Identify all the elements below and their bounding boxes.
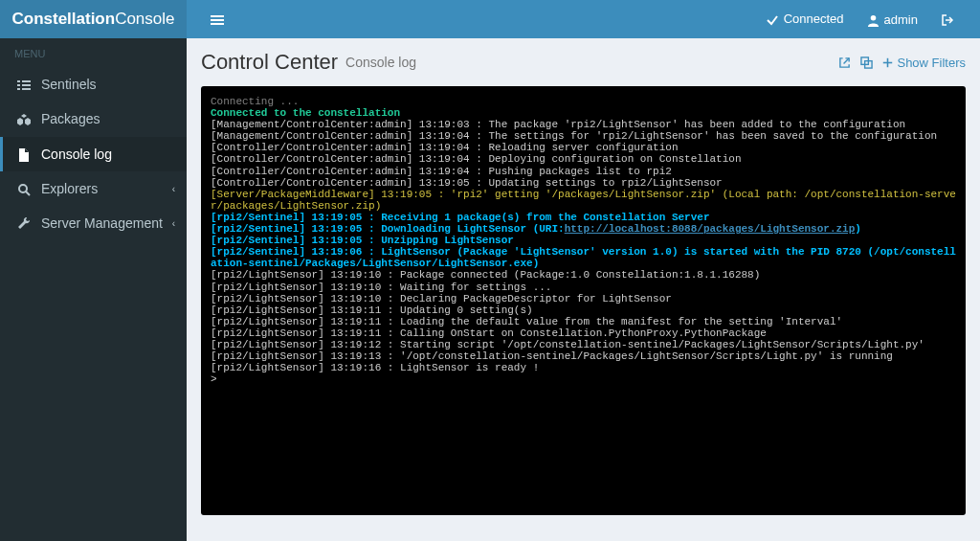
logout-button[interactable] [929, 11, 966, 27]
logout-icon [941, 11, 954, 27]
user-label: admin [884, 12, 918, 27]
console-line: [rpi2/LightSensor] 13:19:10 : Package co… [211, 269, 956, 281]
console-line: Connecting ... [211, 96, 956, 107]
show-filters-label: Show Filters [897, 56, 966, 70]
sidebar-menu-label: MENU [0, 38, 187, 67]
user-menu[interactable]: admin [856, 11, 929, 27]
menu-toggle-button[interactable] [201, 6, 234, 33]
svg-rect-2 [211, 23, 224, 25]
console-line: [rpi2/LightSensor] 13:19:10 : Waiting fo… [211, 282, 956, 293]
console-line: [rpi2/LightSensor] 13:19:16 : LightSenso… [211, 362, 956, 373]
svg-point-10 [19, 185, 27, 192]
console-line: Connected to the constellation [211, 107, 956, 119]
console-line: [rpi2/LightSensor] 13:19:11 : Updating 0… [211, 304, 956, 316]
plus-icon [882, 57, 893, 68]
brand-bold: Constellation [11, 10, 115, 28]
sidebar-item-sentinels[interactable]: Sentinels [0, 67, 187, 101]
svg-rect-7 [22, 84, 31, 86]
sidebar-item-explorers[interactable]: Explorers ‹ [0, 171, 187, 206]
cubes-icon [14, 111, 33, 126]
console-line: [Controller/ControlCenter:admin] 13:19:0… [211, 166, 956, 177]
console-line: [Controller/ControlCenter:admin] 13:19:0… [211, 142, 956, 153]
page-actions: Show Filters [838, 56, 966, 70]
console-line: [rpi2/Sentinel] 13:19:05 : Downloading L… [211, 223, 956, 235]
main-wrapper: MENU Sentinels Packages Console log Expl… [0, 38, 980, 541]
console-line: [rpi2/LightSensor] 13:19:13 : '/opt/cons… [211, 350, 956, 362]
user-icon [867, 11, 880, 27]
open-external-button[interactable] [838, 56, 851, 70]
copy-button[interactable] [860, 56, 873, 70]
header-toolbar: Connected admin [187, 6, 980, 33]
console-line: [Controller/ControlCenter:admin] 13:19:0… [211, 153, 956, 165]
copy-icon [860, 56, 873, 69]
console-line: [rpi2/LightSensor] 13:19:10 : Declaring … [211, 293, 956, 304]
check-icon [766, 11, 779, 27]
page-title: Control Center [201, 50, 338, 75]
console-line: [rpi2/Sentinel] 13:19:06 : LightSensor (… [211, 246, 956, 269]
console-line: [rpi2/LightSensor] 13:19:11 : Loading th… [211, 316, 956, 327]
sidebar-item-packages[interactable]: Packages [0, 101, 187, 136]
console-line: [rpi2/LightSensor] 13:19:12 : Starting s… [211, 339, 956, 350]
svg-line-12 [844, 57, 850, 63]
connection-status: Connected [754, 11, 856, 27]
sidebar: MENU Sentinels Packages Console log Expl… [0, 38, 187, 541]
svg-rect-1 [211, 19, 224, 21]
sidebar-item-server-management[interactable]: Server Management ‹ [0, 206, 187, 240]
sidebar-item-label: Explorers [41, 181, 98, 196]
console-line: [rpi2/LightSensor] 13:19:11 : Calling On… [211, 327, 956, 339]
svg-point-3 [870, 15, 876, 21]
sidebar-item-label: Server Management [41, 215, 163, 231]
console-line: [rpi2/Sentinel] 13:19:05 : Receiving 1 p… [211, 212, 956, 223]
show-filters-button[interactable]: Show Filters [882, 56, 966, 70]
brand-light: Console [115, 10, 174, 28]
svg-rect-6 [17, 84, 20, 86]
svg-rect-8 [17, 88, 20, 90]
console-line: [rpi2/Sentinel] 13:19:05 : Unzipping Lig… [211, 235, 956, 246]
svg-rect-4 [17, 80, 20, 82]
wrench-icon [14, 215, 33, 231]
console-line: [Management/ControlCenter:admin] 13:19:0… [211, 119, 956, 130]
console-line: [Management/ControlCenter:admin] 13:19:0… [211, 130, 956, 142]
brand-logo[interactable]: ConstellationConsole [0, 0, 187, 38]
console-link[interactable]: http://localhost:8088/packages/LightSens… [565, 223, 856, 235]
chevron-left-icon: ‹ [172, 184, 175, 194]
chevron-left-icon: ‹ [172, 218, 175, 229]
sidebar-item-console-log[interactable]: Console log [0, 137, 187, 171]
sidebar-item-label: Sentinels [41, 77, 97, 92]
console-line: [Server/PackageMiddleware] 13:19:05 : 'r… [211, 189, 956, 212]
sidebar-item-label: Console log [41, 147, 112, 162]
console-output[interactable]: Connecting ...Connected to the constella… [201, 86, 966, 515]
svg-rect-9 [22, 88, 31, 90]
page-subtitle: Console log [345, 55, 416, 70]
svg-rect-5 [22, 80, 31, 82]
console-line: > [211, 373, 956, 385]
svg-line-11 [26, 192, 30, 195]
top-header: ConstellationConsole Connected admin [0, 0, 980, 38]
sidebar-item-label: Packages [41, 111, 100, 126]
external-link-icon [838, 56, 851, 69]
list-icon [14, 77, 33, 92]
file-icon [14, 147, 33, 162]
svg-rect-0 [211, 15, 224, 17]
content-header: Control Center Console log Show Filters [201, 50, 966, 75]
bars-icon [211, 13, 224, 27]
connected-label: Connected [784, 11, 844, 26]
search-icon [14, 181, 33, 196]
console-line: [Controller/ControlCenter:admin] 13:19:0… [211, 177, 956, 189]
content-area: Control Center Console log Show Filters … [187, 38, 980, 541]
